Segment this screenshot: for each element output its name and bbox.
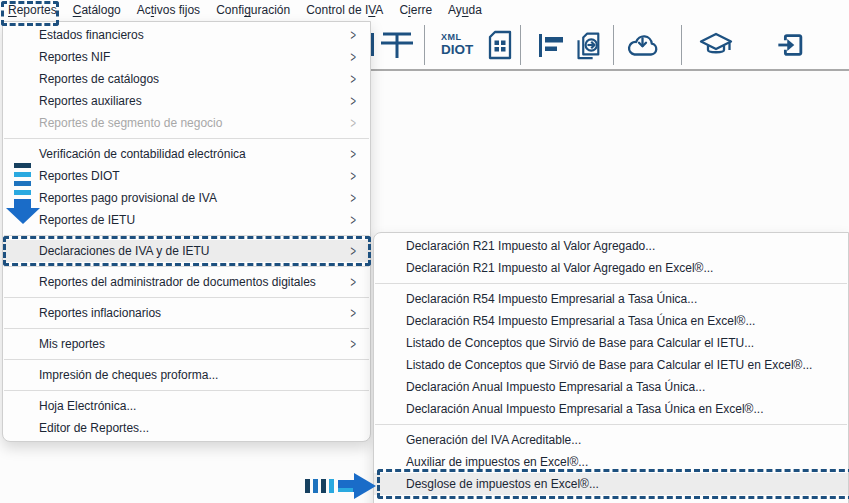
menu-separator: [4, 328, 369, 329]
menu-item[interactable]: Reportes inflacionarios >: [3, 302, 370, 324]
aligned-bars-icon[interactable]: [535, 30, 565, 60]
submenu-item[interactable]: Generación del IVA Acreditable...: [374, 429, 848, 451]
toolbar-separator: [520, 25, 521, 65]
chevron-right-icon: >: [350, 72, 355, 87]
menubar-item-text: ivos fijos: [154, 3, 200, 17]
submenu-item-label: Declaración Anual Impuesto Empresarial a…: [406, 380, 705, 394]
chevron-right-icon: >: [350, 337, 355, 352]
menu-item-label: Reportes del administrador de documentos…: [39, 275, 316, 289]
exit-icon[interactable]: [776, 30, 806, 60]
chevron-right-icon: >: [350, 244, 355, 259]
menubar-item-text: eportes: [17, 3, 57, 17]
submenu-item-label: Listado de Conceptos que Sirvió de Base …: [406, 358, 812, 372]
menubar-item[interactable]: Catálogo: [66, 1, 128, 19]
submenu-item[interactable]: Declaración Anual Impuesto Empresarial a…: [374, 376, 848, 398]
tax-report-icon[interactable]: [379, 30, 415, 60]
menu-item-label: Reportes de segmento de negocio: [39, 116, 222, 130]
menu-item[interactable]: Reportes pago provisional de IVA >: [3, 187, 370, 209]
menu-item-label: Reportes auxiliares: [39, 94, 142, 108]
menubar-item-text: A: [375, 3, 383, 17]
toolbar: XMLDIOT: [371, 20, 849, 71]
menu-item[interactable]: Reportes de IETU >: [3, 209, 370, 231]
menubar-item[interactable]: Reportes: [1, 1, 64, 19]
menu-item[interactable]: Impresión de cheques proforma... >: [3, 364, 370, 386]
menubar-item-text: Ac: [137, 3, 151, 17]
menubar-item-text: Ay: [448, 3, 462, 17]
submenu-item[interactable]: Declaración Anual Impuesto Empresarial a…: [374, 398, 848, 420]
menu-item-label: Declaraciones de IVA y de IETU: [39, 244, 210, 258]
submenu-item[interactable]: Desglose de impuestos en Excel®...: [374, 473, 848, 495]
clipped-toolbar-icon-fragment: [371, 33, 374, 56]
menubar-item-accesskey: R: [8, 3, 17, 17]
submenu-item[interactable]: Listado de Conceptos que Sirvió de Base …: [374, 354, 848, 376]
cloud-download-icon[interactable]: [624, 30, 660, 60]
submenu-item[interactable]: Auxiliar de impuestos en Excel®...: [374, 451, 848, 473]
menu-item[interactable]: Editor de Reportes... >: [3, 417, 370, 439]
menu-separator: [4, 266, 369, 267]
menu-separator: [4, 297, 369, 298]
menu-separator: [375, 424, 847, 425]
menubar-item-text: uración: [251, 3, 290, 17]
menu-item-label: Reportes DIOT: [39, 169, 120, 183]
menu-item[interactable]: Reportes de catálogos >: [3, 68, 370, 90]
menu-item[interactable]: Estados financieros >: [3, 24, 370, 46]
submenu-item[interactable]: Listado de Conceptos que Sirvió de Base …: [374, 332, 848, 354]
menu-separator: [4, 235, 369, 236]
graduation-cap-icon[interactable]: [698, 29, 734, 61]
chevron-right-icon: >: [350, 275, 355, 290]
chevron-right-icon: >: [350, 94, 355, 109]
menu-item-label: Impresión de cheques proforma...: [39, 368, 218, 382]
document-grid-icon[interactable]: [485, 29, 515, 61]
chevron-right-icon: >: [350, 213, 355, 228]
submenu-item-label: Listado de Conceptos que Sirvió de Base …: [406, 336, 754, 350]
chevron-right-icon: >: [350, 147, 355, 162]
submenu-item-label: Declaración R54 Impuesto Empresarial a T…: [406, 314, 755, 328]
menubar-item[interactable]: Cierre: [392, 1, 439, 19]
menu-item-label: Reportes NIF: [39, 50, 110, 64]
menu-item[interactable]: Hoja Electrónica... >: [3, 395, 370, 417]
menu-item-label: Estados financieros: [39, 28, 144, 42]
menubar-item[interactable]: Ayuda: [441, 1, 489, 19]
chevron-right-icon: >: [350, 116, 355, 131]
submenu-item[interactable]: Declaración R54 Impuesto Empresarial a T…: [374, 310, 848, 332]
menu-item[interactable]: Mis reportes >: [3, 333, 370, 355]
export-document-icon[interactable]: [571, 28, 603, 62]
menu-item[interactable]: Reportes DIOT >: [3, 165, 370, 187]
menu-separator: [375, 283, 847, 284]
submenu-item-label: Declaración R21 Impuesto al Valor Agrega…: [406, 261, 713, 275]
menubar-item[interactable]: Configuración: [209, 1, 297, 19]
menu-item[interactable]: Verificación de contabilidad electrónica…: [3, 143, 370, 165]
toolbar-separator: [424, 25, 425, 65]
menu-item-label: Verificación de contabilidad electrónica: [39, 147, 246, 161]
submenu-item[interactable]: Declaración R21 Impuesto al Valor Agrega…: [374, 257, 848, 279]
submenu-item[interactable]: Declaración R21 Impuesto al Valor Agrega…: [374, 235, 848, 257]
menubar-item-text: atálogo: [81, 3, 120, 17]
menu-separator: [4, 138, 369, 139]
menubar-item-text: C: [399, 3, 408, 17]
menu-item[interactable]: Reportes de segmento de negocio >: [3, 112, 370, 134]
menubar-item-text: Control de I: [306, 3, 368, 17]
toolbar-separator: [613, 25, 614, 65]
xml-diot-icon[interactable]: XMLDIOT: [441, 33, 473, 57]
submenu-item-label: Declaración Anual Impuesto Empresarial a…: [406, 402, 763, 416]
submenu-item[interactable]: Declaración R54 Impuesto Empresarial a T…: [374, 288, 848, 310]
menubar-item-text: erre: [411, 3, 432, 17]
menu-item-label: Reportes de IETU: [39, 213, 135, 227]
menubar-item-text: da: [469, 3, 482, 17]
menu-item-label: Reportes pago provisional de IVA: [39, 191, 217, 205]
diot-label: DIOT: [441, 43, 473, 57]
menu-item[interactable]: Reportes NIF >: [3, 46, 370, 68]
menu-item[interactable]: Reportes del administrador de documentos…: [3, 271, 370, 293]
menubar-item-accesskey: u: [462, 3, 469, 17]
menu-item[interactable]: Declaraciones de IVA y de IETU >: [3, 240, 370, 262]
chevron-right-icon: >: [350, 50, 355, 65]
menu-bar: ReportesCatálogoActivos fijosConfiguraci…: [0, 0, 849, 20]
menubar-item[interactable]: Control de IVA: [299, 1, 390, 19]
chevron-right-icon: >: [350, 306, 355, 321]
declaraciones-submenu: Declaración R21 Impuesto al Valor Agrega…: [373, 232, 849, 503]
submenu-item-label: Auxiliar de impuestos en Excel®...: [406, 455, 588, 469]
menubar-item[interactable]: Activos fijos: [130, 1, 207, 19]
menu-item[interactable]: Reportes auxiliares >: [3, 90, 370, 112]
menu-item-label: Editor de Reportes...: [39, 421, 149, 435]
menu-item-label: Hoja Electrónica...: [39, 399, 136, 413]
